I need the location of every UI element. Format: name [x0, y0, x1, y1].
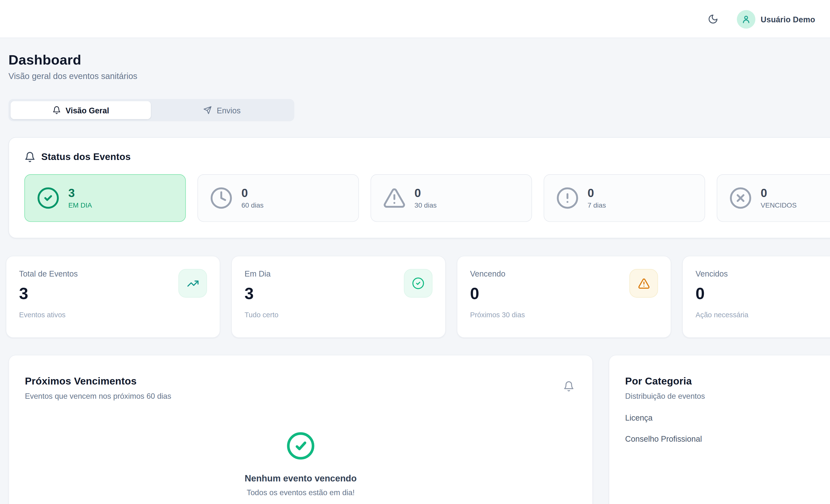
bottom-panels: Próximos Vencimentos Eventos que vencem … [8, 355, 822, 504]
pill-label: 60 dias [241, 201, 263, 209]
user-menu[interactable]: Usuário Demo [737, 0, 815, 38]
stat-caption: Eventos ativos [19, 311, 207, 319]
stat-card-vencendo: Vencendo 0 Próximos 30 dias [457, 256, 671, 338]
triangle-alert-icon [383, 187, 406, 210]
stat-card-total-eventos: Total de Eventos 3 Eventos ativos [6, 256, 220, 338]
status-pill-30-dias[interactable]: 0 30 dias [371, 174, 532, 222]
stat-caption: Tudo certo [245, 311, 433, 319]
empty-state-title: Nenhum evento vencendo [245, 473, 357, 484]
category-item-licenca: Licença [625, 413, 830, 422]
pill-value: 0 [241, 187, 263, 200]
stat-card-em-dia: Em Dia 3 Tudo certo [231, 256, 446, 338]
bell-icon [563, 381, 574, 392]
pill-label: VENCIDOS [761, 201, 797, 209]
stat-value: 0 [696, 285, 830, 302]
stat-caption: Ação necessária [696, 311, 830, 319]
panel-title: Próximos Vencimentos [25, 375, 576, 387]
bell-icon [24, 151, 35, 162]
user-icon [741, 14, 751, 24]
stat-label: Vencidos [696, 269, 830, 278]
pill-label: 7 dias [588, 201, 606, 209]
topbar: Usuário Demo [0, 0, 830, 38]
status-pill-row: 3 EM DIA 0 60 dias [24, 174, 830, 222]
trending-up-icon [178, 269, 207, 297]
tab-envios[interactable]: Envios [152, 101, 292, 119]
status-section-title: Status dos Eventos [41, 151, 130, 162]
tab-visao-geral[interactable]: Visão Geral [10, 101, 151, 119]
pill-label: EM DIA [68, 201, 92, 209]
empty-state-subtitle: Todos os eventos estão em dia! [247, 488, 355, 497]
send-icon [203, 106, 212, 115]
status-pill-em-dia[interactable]: 3 EM DIA [24, 174, 186, 222]
proximos-vencimentos-panel: Próximos Vencimentos Eventos que vencem … [8, 355, 593, 504]
pill-value: 0 [415, 187, 437, 200]
theme-toggle-button[interactable] [702, 8, 724, 30]
category-item-conselho-profissional: Conselho Profissional [625, 434, 830, 443]
panel-subtitle: Distribuição de eventos [625, 392, 830, 401]
triangle-alert-icon [629, 269, 658, 297]
category-list: Licença Conselho Profissional [625, 413, 830, 443]
circle-alert-icon [556, 187, 579, 210]
tab-label: Visão Geral [65, 106, 109, 115]
pill-value: 0 [588, 187, 606, 200]
bell-icon [52, 106, 61, 115]
pill-value: 0 [761, 187, 797, 200]
circle-check-icon [36, 187, 60, 210]
pill-value: 3 [68, 187, 92, 200]
panel-title: Por Categoria [625, 375, 830, 387]
status-pill-7-dias[interactable]: 0 7 dias [544, 174, 705, 222]
tab-bar: Visão Geral Envios [8, 99, 294, 122]
stat-cards-row: Total de Eventos 3 Eventos ativos Em Dia… [6, 256, 822, 338]
stat-caption: Próximos 30 dias [470, 311, 658, 319]
empty-state: Nenhum evento vencendo Todos os eventos … [25, 431, 576, 497]
status-pill-vencidos[interactable]: 0 VENCIDOS [717, 174, 830, 222]
circle-check-icon [286, 431, 315, 461]
avatar [737, 10, 756, 28]
moon-icon [708, 14, 719, 24]
page-title: Dashboard [8, 51, 822, 68]
status-section: Status dos Eventos 3 EM DIA [8, 137, 830, 238]
page-subtitle: Visão geral dos eventos sanitários [8, 71, 822, 81]
pill-label: 30 dias [415, 201, 437, 209]
clock-icon [210, 187, 233, 210]
circle-check-icon [404, 269, 433, 297]
panel-subtitle: Eventos que vencem nos próximos 60 dias [25, 392, 576, 401]
status-pill-60-dias[interactable]: 0 60 dias [197, 174, 359, 222]
tab-label: Envios [217, 106, 241, 115]
circle-x-icon [729, 187, 752, 210]
user-name: Usuário Demo [761, 14, 815, 24]
stat-card-vencidos: Vencidos 0 Ação necessária [682, 256, 830, 338]
por-categoria-panel: Por Categoria Distribuição de eventos Li… [609, 355, 830, 504]
